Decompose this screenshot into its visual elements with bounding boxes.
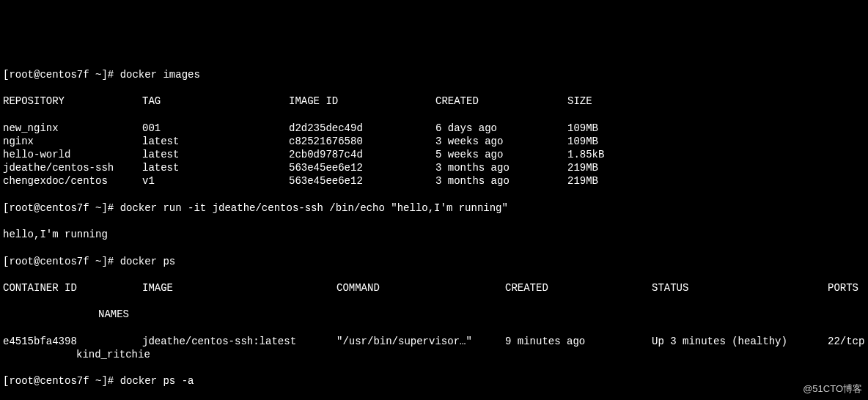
cell-created: 3 months ago	[435, 174, 567, 188]
prompt-line-4[interactable]: [root@centos7f ~]# docker ps -a	[3, 374, 865, 388]
col-size: SIZE	[567, 95, 592, 107]
cell-created: 6 days ago	[435, 122, 567, 135]
cell-status: Up 3 minutes (healthy)	[652, 335, 828, 348]
cell-imageid: 2cb0d9787c4d	[289, 148, 435, 161]
cell-image: jdeathe/centos-ssh:latest	[142, 335, 336, 348]
shell-prompt: [root@centos7f ~]#	[3, 202, 120, 214]
cell-created: 9 minutes ago	[505, 335, 652, 348]
cell-imageid: c82521676580	[289, 135, 435, 148]
command-text: docker run -it jdeathe/centos-ssh /bin/e…	[120, 202, 508, 214]
image-row: chengexdoc/centosv1563e45ee6e123 months …	[3, 174, 865, 188]
cell-command: "/usr/bin/supervisor…"	[336, 335, 505, 348]
run-output: hello,I'm running	[3, 228, 865, 241]
command-text: docker ps	[120, 256, 176, 267]
image-row: new_nginx001d2d235dec49d6 days ago109MB	[3, 122, 865, 135]
col-image: IMAGE	[142, 281, 336, 295]
cell-size: 219MB	[567, 175, 598, 187]
image-row: hello-worldlatest2cb0d9787c4d5 weeks ago…	[3, 148, 865, 161]
col-imageid: IMAGE ID	[289, 95, 435, 108]
col-names: NAMES	[98, 308, 129, 320]
watermark-text: @51CTO博客	[803, 383, 862, 396]
cell-created: 3 months ago	[435, 161, 567, 174]
ps-header-row2: NAMES	[3, 308, 865, 321]
col-status: STATUS	[652, 281, 828, 295]
cell-repo: jdeathe/centos-ssh	[3, 161, 142, 174]
cell-imageid: 563e45ee6e12	[289, 161, 435, 174]
container-row: e4515bfa4398jdeathe/centos-ssh:latest"/u…	[3, 335, 865, 348]
col-command: COMMAND	[336, 281, 505, 295]
prompt-line-3[interactable]: [root@centos7f ~]# docker ps	[3, 255, 865, 268]
container-row-names: kind_ritchie	[3, 348, 865, 361]
cell-imageid: 563e45ee6e12	[289, 174, 435, 188]
cell-names: kind_ritchie	[76, 349, 150, 360]
cell-created: 5 weeks ago	[435, 148, 567, 161]
cell-tag: latest	[142, 161, 289, 174]
col-cid: CONTAINER ID	[3, 281, 142, 295]
col-repo: REPOSITORY	[3, 95, 142, 108]
cell-created: 3 weeks ago	[435, 135, 567, 148]
cell-tag: 001	[142, 122, 289, 135]
cell-repo: chengexdoc/centos	[3, 174, 142, 188]
shell-prompt: [root@centos7f ~]#	[3, 69, 120, 81]
terminal-output: [root@centos7f ~]# docker images REPOSIT…	[0, 53, 868, 400]
shell-prompt: [root@centos7f ~]#	[3, 375, 120, 387]
cell-tag: latest	[142, 135, 289, 148]
ps-rows: e4515bfa4398jdeathe/centos-ssh:latest"/u…	[3, 335, 865, 361]
command-text: docker ps -a	[120, 375, 194, 387]
cell-tag: latest	[142, 148, 289, 161]
prompt-line-1[interactable]: [root@centos7f ~]# docker images	[3, 68, 865, 81]
col-created: CREATED	[505, 281, 652, 295]
col-created: CREATED	[435, 95, 567, 108]
cell-repo: hello-world	[3, 148, 142, 161]
cell-size: 1.85kB	[567, 149, 604, 160]
image-row: nginxlatestc825216765803 weeks ago109MB	[3, 135, 865, 148]
cell-imageid: d2d235dec49d	[289, 122, 435, 135]
cell-size: 109MB	[567, 122, 598, 134]
cell-tag: v1	[142, 174, 289, 188]
cell-repo: new_nginx	[3, 122, 142, 135]
prompt-line-2[interactable]: [root@centos7f ~]# docker run -it jdeath…	[3, 201, 865, 215]
cell-size: 219MB	[567, 162, 598, 174]
cell-repo: nginx	[3, 135, 142, 148]
image-row: jdeathe/centos-sshlatest563e45ee6e123 mo…	[3, 161, 865, 174]
col-tag: TAG	[142, 95, 289, 108]
ps-header-row: CONTAINER IDIMAGECOMMANDCREATEDSTATUSPOR…	[3, 281, 865, 295]
col-ports: PORTS	[828, 282, 858, 294]
images-rows: new_nginx001d2d235dec49d6 days ago109MBn…	[3, 122, 865, 188]
cell-cid: e4515bfa4398	[3, 335, 142, 348]
cell-ports: 22/tcp	[828, 336, 864, 347]
cell-size: 109MB	[567, 136, 598, 147]
images-header-row: REPOSITORYTAGIMAGE IDCREATEDSIZE	[3, 95, 865, 108]
command-text: docker images	[120, 69, 200, 81]
shell-prompt: [root@centos7f ~]#	[3, 256, 120, 267]
